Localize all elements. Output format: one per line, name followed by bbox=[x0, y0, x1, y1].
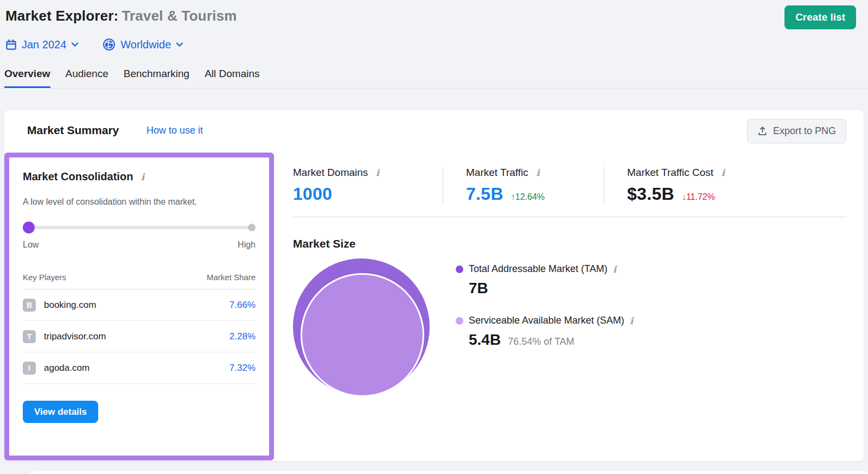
domain-link[interactable]: tripadvisor.com bbox=[44, 331, 106, 342]
favicon-booking: B bbox=[23, 299, 36, 312]
market-overview-panel: Market Domains i 1000 Market Traffic i 7… bbox=[293, 167, 846, 399]
column-market-share: Market Share bbox=[207, 273, 256, 282]
date-selector[interactable]: Jan 2024 bbox=[5, 39, 79, 51]
table-row[interactable]: T tripadvisor.com 2.28% bbox=[23, 321, 256, 352]
metrics-row: Market Domains i 1000 Market Traffic i 7… bbox=[293, 167, 846, 204]
info-icon[interactable]: i bbox=[141, 172, 144, 182]
column-key-players: Key Players bbox=[23, 273, 66, 282]
key-players-table: Key Players Market Share B booking.com 7… bbox=[23, 273, 256, 384]
sam-percent-note: 76.54% of TAM bbox=[508, 336, 574, 347]
slider-low-label: Low bbox=[23, 240, 39, 250]
slider-thumb[interactable] bbox=[23, 222, 35, 233]
chevron-down-icon bbox=[176, 41, 183, 48]
metric-change-up: ↑12.64% bbox=[511, 192, 545, 202]
metric-label: Market Traffic bbox=[466, 167, 528, 178]
tab-benchmarking[interactable]: Benchmarking bbox=[124, 68, 189, 88]
tab-bar: Overview Audience Benchmarking All Domai… bbox=[0, 67, 868, 89]
slider-high-label: High bbox=[238, 240, 256, 250]
consolidation-title: Market Consolidation bbox=[23, 170, 133, 183]
card-title: Market Summary bbox=[27, 124, 119, 137]
calendar-icon bbox=[5, 39, 17, 50]
favicon-agoda: I bbox=[23, 362, 36, 375]
sam-value: 5.4B bbox=[469, 331, 501, 349]
export-to-png-label: Export to PNG bbox=[773, 125, 836, 137]
favicon-tripadvisor: T bbox=[23, 330, 36, 343]
view-details-button[interactable]: View details bbox=[23, 401, 98, 423]
tam-label: Total Addressable Market (TAM) bbox=[469, 263, 608, 275]
slider-end-dot bbox=[248, 224, 256, 231]
metric-value: 1000 bbox=[293, 184, 332, 204]
metric-market-domains: Market Domains i 1000 bbox=[293, 167, 443, 204]
create-list-button[interactable]: Create list bbox=[784, 5, 856, 29]
metric-value: 7.5B bbox=[466, 184, 503, 204]
slider-track bbox=[23, 226, 256, 229]
legend-item-sam: Serviceable Available Market (SAM) i 5.4… bbox=[456, 315, 633, 349]
info-icon[interactable]: i bbox=[722, 167, 725, 178]
globe-icon bbox=[103, 38, 116, 51]
tab-audience[interactable]: Audience bbox=[66, 68, 108, 88]
tam-legend-dot bbox=[456, 266, 463, 273]
market-summary-card: Market Summary How to use it Export to P… bbox=[4, 110, 864, 461]
tab-all-domains[interactable]: All Domains bbox=[205, 68, 259, 88]
page-title-market: Travel & Tourism bbox=[122, 8, 237, 24]
next-card-top-edge bbox=[30, 471, 868, 474]
page-title-prefix: Market Explorer: bbox=[5, 8, 118, 24]
key-players-table-header: Key Players Market Share bbox=[23, 273, 256, 289]
region-selector[interactable]: Worldwide bbox=[103, 38, 183, 51]
section-divider bbox=[293, 217, 846, 217]
chevron-down-icon bbox=[71, 41, 79, 48]
market-size-legend: Total Addressable Market (TAM) i 7B Serv… bbox=[456, 263, 633, 399]
filters-row: Jan 2024 Worldwide bbox=[5, 38, 183, 51]
market-share-value[interactable]: 2.28% bbox=[229, 331, 256, 342]
info-icon[interactable]: i bbox=[613, 264, 616, 275]
metric-market-traffic-cost: Market Traffic Cost i $3.5B ↓11.72% bbox=[604, 167, 741, 204]
info-icon[interactable]: i bbox=[630, 315, 633, 326]
market-consolidation-panel: Market Consolidation i A low level of co… bbox=[4, 153, 274, 460]
domain-link[interactable]: booking.com bbox=[44, 300, 96, 311]
export-to-png-button[interactable]: Export to PNG bbox=[747, 119, 846, 143]
market-share-value[interactable]: 7.32% bbox=[229, 363, 256, 374]
page-header: Market Explorer:Travel & Tourism Create … bbox=[0, 0, 868, 110]
metric-market-traffic: Market Traffic i 7.5B ↑12.64% bbox=[443, 167, 604, 204]
domain-link[interactable]: agoda.com bbox=[44, 363, 90, 374]
region-selector-label: Worldwide bbox=[120, 39, 171, 51]
tam-value: 7B bbox=[469, 280, 488, 297]
table-row[interactable]: B booking.com 7.66% bbox=[23, 289, 256, 321]
info-icon[interactable]: i bbox=[536, 167, 539, 178]
page-title: Market Explorer:Travel & Tourism bbox=[5, 8, 237, 24]
metric-change-down: ↓11.72% bbox=[682, 192, 715, 202]
card-header: Market Summary How to use it Export to P… bbox=[4, 110, 864, 153]
market-size-title: Market Size bbox=[293, 237, 846, 250]
consolidation-slider[interactable] bbox=[23, 222, 256, 233]
slider-labels: Low High bbox=[23, 240, 256, 250]
market-size-chart-section: Total Addressable Market (TAM) i 7B Serv… bbox=[293, 258, 846, 399]
legend-item-tam: Total Addressable Market (TAM) i 7B bbox=[456, 263, 633, 297]
date-selector-label: Jan 2024 bbox=[22, 39, 66, 51]
metric-label: Market Traffic Cost bbox=[627, 167, 713, 178]
table-row[interactable]: I agoda.com 7.32% bbox=[23, 352, 256, 384]
market-share-value[interactable]: 7.66% bbox=[229, 300, 256, 311]
consolidation-description: A low level of consolidation within the … bbox=[23, 197, 256, 207]
sam-circle[interactable] bbox=[301, 273, 424, 397]
upload-icon bbox=[757, 126, 768, 136]
sam-label: Serviceable Available Market (SAM) bbox=[469, 315, 624, 326]
info-icon[interactable]: i bbox=[376, 167, 379, 178]
sam-legend-dot bbox=[456, 317, 463, 325]
how-to-use-link[interactable]: How to use it bbox=[146, 125, 203, 136]
metric-label: Market Domains bbox=[293, 167, 368, 178]
tam-sam-bubble-chart bbox=[293, 258, 432, 399]
metric-value: $3.5B bbox=[627, 184, 674, 204]
tab-overview[interactable]: Overview bbox=[4, 68, 50, 88]
